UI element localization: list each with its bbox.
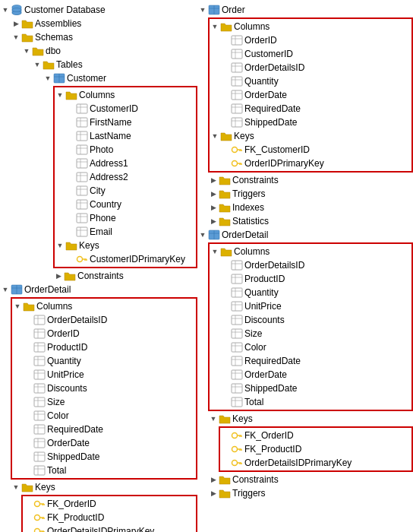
col-lastname[interactable]: LastName xyxy=(65,129,196,143)
customer-database-row[interactable]: Customer Database xyxy=(0,3,197,17)
orderdetail-right-keys-folder-row[interactable]: Keys xyxy=(208,412,413,426)
tables-row[interactable]: Tables xyxy=(32,58,197,71)
col-od-color[interactable]: Color xyxy=(23,409,196,423)
col-od-size[interactable]: Size xyxy=(23,395,196,409)
order-triggers-row[interactable]: Triggers xyxy=(208,187,413,201)
order-right-row[interactable]: Order xyxy=(197,3,413,17)
customer-keys-folder-row[interactable]: Keys xyxy=(55,239,196,252)
order-keys-folder-row[interactable]: Keys xyxy=(210,129,411,143)
col-country[interactable]: Country xyxy=(65,198,196,211)
expander-customer-columns[interactable] xyxy=(55,90,65,100)
col-od-requireddate[interactable]: RequiredDate xyxy=(23,423,196,436)
col-rod-discounts[interactable]: Discounts xyxy=(220,313,411,327)
col-city[interactable]: City xyxy=(65,184,196,198)
customer-table-row[interactable]: Customer xyxy=(43,71,197,85)
orderdetail-left-columns-folder-row[interactable]: Columns xyxy=(12,299,196,313)
order-indexes-row[interactable]: Indexes xyxy=(208,201,413,214)
expander-customer[interactable] xyxy=(43,73,53,84)
orderdetail-right-constraints-row[interactable]: Constraints xyxy=(208,473,413,486)
customer-constraints-row[interactable]: Constraints xyxy=(53,269,197,283)
col-order-orderid[interactable]: OrderID xyxy=(220,33,411,47)
col-od-discounts[interactable]: Discounts xyxy=(23,382,196,395)
col-rod-shippeddate[interactable]: ShippedDate xyxy=(220,382,411,395)
key-fk-customerid-right[interactable]: FK_CustomerID xyxy=(220,143,411,157)
expander-orderdetail-right[interactable] xyxy=(197,230,208,240)
col-rod-orderdetailsid[interactable]: OrderDetailsID xyxy=(220,258,411,272)
col-od-orderid[interactable]: OrderID xyxy=(23,327,196,340)
col-rod-orderdate[interactable]: OrderDate xyxy=(220,368,411,382)
expander-order-keys[interactable] xyxy=(210,131,220,141)
col-od-quantity[interactable]: Quantity xyxy=(23,354,196,368)
col-rod-color[interactable]: Color xyxy=(220,340,411,354)
expander-order-columns[interactable] xyxy=(210,21,220,32)
col-address2[interactable]: Address2 xyxy=(65,170,196,184)
col-rod-requireddate[interactable]: RequiredDate xyxy=(220,354,411,368)
col-od-productid[interactable]: ProductID xyxy=(23,340,196,354)
expander-order-right[interactable] xyxy=(197,5,208,15)
dbo-row[interactable]: dbo xyxy=(21,44,197,58)
schemas-row[interactable]: Schemas xyxy=(11,30,197,44)
key-orderid-primary-right[interactable]: OrderIDPrimaryKey xyxy=(220,157,411,170)
orderdetail-right-triggers-row[interactable]: Triggers xyxy=(208,486,413,500)
key-rod-primary-right[interactable]: OrderDetailsIDPrimaryKey xyxy=(220,456,411,470)
order-statistics-row[interactable]: Statistics xyxy=(208,214,413,228)
orderdetail-right-row[interactable]: OrderDetail xyxy=(197,228,413,242)
col-order-orderdetailsid[interactable]: OrderDetailsID xyxy=(220,61,411,74)
expander-assemblies[interactable] xyxy=(11,18,21,29)
column-icon xyxy=(33,369,46,381)
expander-od-left-keys[interactable] xyxy=(11,482,21,492)
col-order-requireddate[interactable]: RequiredDate xyxy=(220,102,411,116)
col-rod-unitprice[interactable]: UnitPrice xyxy=(220,299,411,313)
column-icon xyxy=(33,464,46,477)
expander-customer-keys[interactable] xyxy=(55,240,65,251)
expander-orderdetail-left-columns[interactable] xyxy=(12,301,23,312)
svg-rect-153 xyxy=(232,384,242,393)
column-icon xyxy=(231,116,243,128)
expander-orderdetail-left[interactable] xyxy=(0,284,11,295)
key-fk-productid-left[interactable]: FK_ProductID xyxy=(23,511,196,524)
col-order-quantity[interactable]: Quantity xyxy=(220,74,411,88)
orderdetail-right-columns-folder-row[interactable]: Columns xyxy=(210,245,411,258)
col-firstname[interactable]: FirstName xyxy=(65,116,196,129)
key-fk-productid-right[interactable]: FK_ProductID xyxy=(220,442,411,456)
col-address1[interactable]: Address1 xyxy=(65,157,196,170)
col-od-orderdetailsid[interactable]: OrderDetailsID xyxy=(23,313,196,327)
col-customerid[interactable]: CustomerID xyxy=(65,102,196,116)
column-icon xyxy=(76,185,88,197)
orderdetail-left-row[interactable]: OrderDetail xyxy=(0,283,197,296)
expander-schemas[interactable] xyxy=(11,32,21,43)
col-order-shippeddate[interactable]: ShippedDate xyxy=(220,116,411,129)
col-rod-productid[interactable]: ProductID xyxy=(220,272,411,286)
col-od-total[interactable]: Total xyxy=(23,464,196,477)
orderdetail-left-keys-folder-row[interactable]: Keys xyxy=(11,480,197,494)
key-fk-orderid-right[interactable]: FK_OrderID xyxy=(220,429,411,442)
col-rod-size[interactable]: Size xyxy=(220,327,411,340)
col-rod-total[interactable]: Total xyxy=(220,395,411,409)
expander-od-right-keys[interactable] xyxy=(208,413,219,424)
customer-columns-folder-row[interactable]: Columns xyxy=(55,88,196,102)
orderdetail-left-box: Columns OrderDetailsID OrderID ProductID… xyxy=(11,297,197,480)
expander-customer-constraints[interactable] xyxy=(53,271,64,281)
expander-od-right-columns[interactable] xyxy=(210,246,220,257)
col-od-orderdate[interactable]: OrderDate xyxy=(23,436,196,450)
order-constraints-row[interactable]: Constraints xyxy=(208,173,413,187)
order-columns-folder-row[interactable]: Columns xyxy=(210,20,411,33)
svg-point-83 xyxy=(35,515,40,521)
col-email[interactable]: Email xyxy=(65,225,196,239)
col-od-unitprice[interactable]: UnitPrice xyxy=(23,368,196,382)
col-photo[interactable]: Photo xyxy=(65,143,196,157)
col-order-customerid[interactable]: CustomerID xyxy=(220,47,411,61)
col-rod-quantity[interactable]: Quantity xyxy=(220,286,411,299)
key-fk-orderid-left[interactable]: FK_OrderID xyxy=(23,497,196,511)
col-order-orderdate[interactable]: OrderDate xyxy=(220,88,411,102)
key-od-primary-left[interactable]: OrderDetailsIDPrimaryKey xyxy=(23,524,196,532)
key-customerid-primary[interactable]: CustomerIDPrimaryKey xyxy=(65,252,196,266)
svg-rect-12 xyxy=(77,131,87,141)
col-od-shippeddate[interactable]: ShippedDate xyxy=(23,450,196,464)
assemblies-row[interactable]: Assemblies xyxy=(11,17,197,30)
expander-dbo[interactable] xyxy=(21,46,32,56)
expander-tables[interactable] xyxy=(32,59,43,70)
col-phone[interactable]: Phone xyxy=(65,211,196,225)
expander-customer-database[interactable] xyxy=(0,5,11,15)
svg-rect-24 xyxy=(77,186,87,195)
